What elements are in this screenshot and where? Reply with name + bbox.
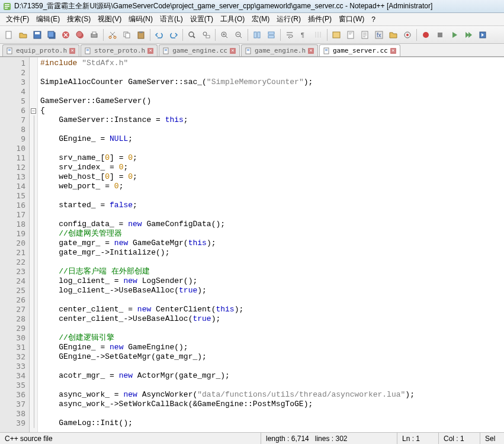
editor[interactable]: 1234567891011121314151617181920212223242… xyxy=(0,57,504,432)
menu-item[interactable]: 工具(O) xyxy=(217,13,248,25)
file-tab[interactable]: game_engine.h× xyxy=(241,44,318,56)
code-line[interactable]: center_client_->UseBaseAlloc(true); xyxy=(40,314,502,324)
code-line[interactable]: acotr_mgr_ = new ActorMgr(gate_mgr_); xyxy=(40,371,502,381)
code-line[interactable]: SimpleAllocCounter GameServer::sac_("Sim… xyxy=(40,78,502,87)
zoom-out-button[interactable] xyxy=(232,28,245,41)
code-line[interactable]: async_work_->SetWorkCallBack(&GameEngine… xyxy=(40,400,502,409)
code-line[interactable]: #include "StdAfx.h" xyxy=(40,59,502,68)
file-tab[interactable]: equip_proto.h× xyxy=(2,44,79,56)
cut-button[interactable] xyxy=(106,28,119,41)
code-line[interactable] xyxy=(40,258,502,267)
code-line[interactable]: GEngine_->SetGateMgr(gate_mgr_); xyxy=(40,352,502,362)
menu-item[interactable]: 语言(L) xyxy=(156,13,187,25)
save-button[interactable] xyxy=(31,28,44,41)
folder-workspace-button[interactable] xyxy=(387,28,400,41)
code-line[interactable] xyxy=(40,381,502,390)
code-line[interactable]: web_port_ = 0; xyxy=(40,182,502,191)
sync-v-button[interactable] xyxy=(251,28,264,41)
wordwrap-button[interactable] xyxy=(283,28,296,41)
code-line[interactable] xyxy=(40,68,502,78)
close-tab-icon[interactable]: × xyxy=(390,48,396,54)
code-line[interactable]: gate_mgr_->Initialize(); xyxy=(40,248,502,258)
show-all-chars-button[interactable]: ¶ xyxy=(297,28,310,41)
menu-item[interactable]: 窗口(W) xyxy=(335,13,368,25)
menu-item[interactable]: 宏(M) xyxy=(248,13,273,25)
code-line[interactable]: srv_name_[0] = 0; xyxy=(40,153,502,163)
redo-button[interactable] xyxy=(167,28,180,41)
code-line[interactable]: GameLog::Init(); xyxy=(40,419,502,428)
menu-item[interactable]: 编辑(E) xyxy=(33,13,63,25)
code-line[interactable]: //创建逻辑引擎 xyxy=(40,333,502,343)
func-list-button[interactable]: fx xyxy=(373,28,386,41)
doc-list-button[interactable] xyxy=(358,28,371,41)
close-all-button[interactable] xyxy=(73,28,86,41)
code-line[interactable]: GameServer::GameServer() xyxy=(40,96,502,106)
code-line[interactable]: started_ = false; xyxy=(40,201,502,210)
new-file-button[interactable] xyxy=(2,28,15,41)
code-line[interactable]: //创建网关管理器 xyxy=(40,229,502,239)
menu-item[interactable]: 运行(R) xyxy=(273,13,304,25)
code-line[interactable] xyxy=(40,210,502,220)
menu-item[interactable]: ? xyxy=(368,14,379,25)
code-line[interactable]: async_work_ = new AsyncWorker("data/func… xyxy=(40,390,502,400)
find-button[interactable] xyxy=(185,28,198,41)
code-line[interactable]: GameServer::Instance = this; xyxy=(40,115,502,125)
svg-rect-2 xyxy=(5,6,9,7)
code-line[interactable]: config_data_ = new GameConfigData(); xyxy=(40,220,502,229)
save-all-button[interactable] xyxy=(45,28,58,41)
code-line[interactable] xyxy=(40,144,502,153)
replace-button[interactable] xyxy=(200,28,213,41)
sync-h-button[interactable] xyxy=(265,28,278,41)
menu-item[interactable]: 视图(V) xyxy=(94,13,125,25)
open-file-button[interactable] xyxy=(17,28,30,41)
play-macro-button[interactable] xyxy=(448,28,461,41)
fold-marker xyxy=(30,191,37,201)
doc-map-button[interactable] xyxy=(344,28,357,41)
code-line[interactable] xyxy=(40,87,502,96)
print-button[interactable] xyxy=(88,28,101,41)
code-line[interactable] xyxy=(40,295,502,305)
file-tab[interactable]: game_engine.cc× xyxy=(159,44,240,56)
code-line[interactable]: GEngine_ = new GameEngine(); xyxy=(40,343,502,352)
zoom-in-button[interactable] xyxy=(218,28,231,41)
record-macro-button[interactable] xyxy=(419,28,432,41)
close-tab-icon[interactable]: × xyxy=(230,48,236,54)
menu-item[interactable]: 文件(F) xyxy=(2,13,33,25)
indent-guide-button[interactable] xyxy=(312,28,325,41)
code-line[interactable]: web_host_[0] = 0; xyxy=(40,172,502,182)
stop-macro-button[interactable] xyxy=(434,28,447,41)
menu-item[interactable]: 插件(P) xyxy=(304,13,335,25)
code-line[interactable] xyxy=(40,362,502,371)
code-line[interactable] xyxy=(40,191,502,201)
menu-item[interactable]: 编码(N) xyxy=(125,13,156,25)
code-line[interactable]: log_client_ = new LogSender(); xyxy=(40,276,502,286)
code-area[interactable]: #include "StdAfx.h"SimpleAllocCounter Ga… xyxy=(38,57,504,432)
fold-marker[interactable]: − xyxy=(30,106,37,115)
undo-button[interactable] xyxy=(153,28,166,41)
menu-item[interactable]: 设置(T) xyxy=(187,13,217,25)
paste-button[interactable] xyxy=(134,28,147,41)
code-line[interactable]: log_client_->UseBaseAlloc(true); xyxy=(40,286,502,295)
close-tab-icon[interactable]: × xyxy=(308,48,314,54)
fold-column[interactable]: − xyxy=(30,57,38,432)
monitoring-button[interactable] xyxy=(401,28,414,41)
copy-button[interactable] xyxy=(120,28,133,41)
file-tab[interactable]: game_server.cc× xyxy=(319,44,400,56)
code-line[interactable]: srv_index_ = 0; xyxy=(40,163,502,172)
code-line[interactable] xyxy=(40,125,502,134)
close-button[interactable] xyxy=(59,28,72,41)
save-macro-button[interactable] xyxy=(476,28,489,41)
code-line[interactable] xyxy=(40,409,502,419)
lang-udl-button[interactable] xyxy=(330,28,343,41)
code-line[interactable]: //日志客户端 在外部创建 xyxy=(40,267,502,276)
play-multi-button[interactable] xyxy=(462,28,475,41)
file-tab[interactable]: store_proto.h× xyxy=(81,44,158,56)
code-line[interactable]: { xyxy=(40,106,502,115)
close-tab-icon[interactable]: × xyxy=(69,48,75,54)
code-line[interactable]: gate_mgr_ = new GameGateMgr(this); xyxy=(40,239,502,248)
close-tab-icon[interactable]: × xyxy=(147,48,153,54)
code-line[interactable]: GEngine_ = NULL; xyxy=(40,134,502,144)
code-line[interactable] xyxy=(40,324,502,333)
menu-item[interactable]: 搜索(S) xyxy=(63,13,94,25)
code-line[interactable]: center_client_ = new CenterClient(this); xyxy=(40,305,502,314)
